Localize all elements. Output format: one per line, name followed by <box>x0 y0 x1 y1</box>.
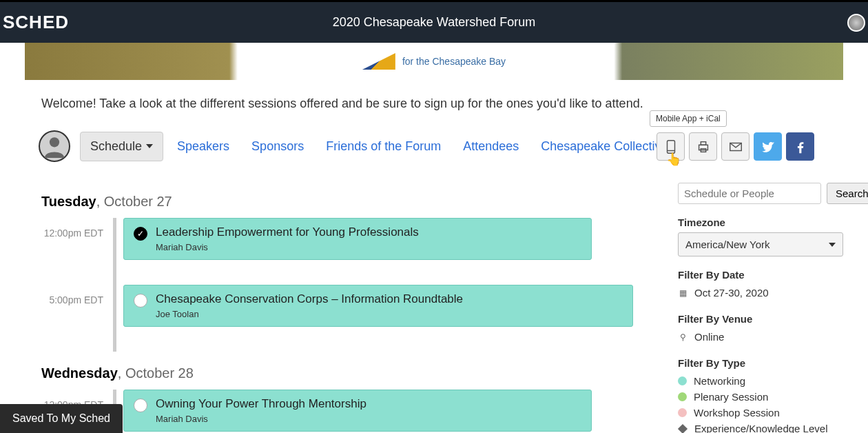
tooltip: Mobile App + iCal <box>650 110 727 127</box>
twitter-icon <box>761 139 776 154</box>
user-avatar[interactable] <box>39 130 70 162</box>
session-checkbox[interactable]: ✓ <box>134 227 147 241</box>
banner-text: for the Chesapeake Bay <box>402 56 506 67</box>
session-speaker: Mariah Davis <box>156 414 366 424</box>
envelope-icon <box>728 139 743 154</box>
filter-venue-value: Online <box>694 331 724 343</box>
mobile-ical-button[interactable] <box>657 132 685 161</box>
session-title: Owning Your Power Through Mentorship <box>156 397 366 411</box>
facebook-icon <box>793 139 808 154</box>
schedule-list: Tuesday, October 2712:00pm EDT✓Leadershi… <box>25 180 678 433</box>
twitter-button[interactable] <box>754 132 782 161</box>
session-card[interactable]: ✓Leadership Empowerment for Young Profes… <box>123 218 592 260</box>
filter-type-item[interactable]: Networking <box>678 373 843 389</box>
filter-type-item[interactable]: Plenary Session <box>678 389 843 405</box>
nav-speakers[interactable]: Speakers <box>169 134 238 159</box>
session-checkbox[interactable] <box>134 399 147 412</box>
filter-date-heading: Filter By Date <box>678 269 843 281</box>
svg-rect-4 <box>701 141 705 145</box>
color-dot-icon <box>678 408 687 417</box>
schedule-dropdown[interactable]: Schedule <box>80 132 163 161</box>
filter-venue-item[interactable]: ⚲ Online <box>678 329 843 345</box>
day-heading: Tuesday, October 27 <box>41 194 650 210</box>
color-dot-icon <box>678 392 687 401</box>
session-card[interactable]: Owning Your Power Through MentorshipMari… <box>123 390 592 432</box>
event-title: 2020 Chesapeake Watershed Forum <box>333 15 536 30</box>
nav-friends[interactable]: Friends of the Forum <box>318 134 449 159</box>
session-speaker: Mariah Davis <box>156 242 419 252</box>
timeline-bar <box>113 285 116 352</box>
svg-rect-1 <box>667 140 674 152</box>
color-dot-icon <box>678 376 687 385</box>
mobile-icon <box>663 139 679 154</box>
nav-sponsors[interactable]: Sponsors <box>243 134 312 159</box>
nav-attendees[interactable]: Attendees <box>455 134 527 159</box>
filter-type-label: Experience/Knowledge Level <box>694 423 827 433</box>
email-button[interactable] <box>721 132 750 161</box>
person-icon <box>43 134 66 158</box>
search-button[interactable]: Search <box>827 183 868 204</box>
filter-type-label: Workshop Session <box>694 407 780 419</box>
filter-type-heading: Filter By Type <box>678 357 843 369</box>
sched-logo[interactable]: SCHED <box>3 12 69 33</box>
banner-swoosh-icon <box>362 53 395 70</box>
sidebar: Search Timezone America/New York Filter … <box>678 180 843 433</box>
filter-type-item[interactable]: Experience/Knowledge Level <box>678 421 843 433</box>
session-speaker: Joe Toolan <box>156 309 463 319</box>
time-slot: 12:00pm EDTOwning Your Power Through Men… <box>41 390 650 433</box>
calendar-icon: ▦ <box>678 288 688 298</box>
printer-icon <box>696 139 711 154</box>
toast-notification: Saved To My Sched <box>0 404 123 433</box>
user-avatar-small[interactable] <box>847 14 865 32</box>
timezone-heading: Timezone <box>678 216 843 228</box>
time-slot: 5:00pm EDTChesapeake Conservation Corps … <box>41 285 650 352</box>
day-heading: Wednesday, October 28 <box>41 365 650 381</box>
svg-point-0 <box>50 137 59 147</box>
tag-icon <box>678 423 688 433</box>
pin-icon: ⚲ <box>678 332 688 342</box>
session-checkbox[interactable] <box>134 294 147 308</box>
slot-time: 5:00pm EDT <box>41 285 103 305</box>
filter-venue-heading: Filter By Venue <box>678 313 843 325</box>
nav-collective[interactable]: Chesapeake Collective <box>533 134 676 159</box>
search-input[interactable] <box>678 183 821 204</box>
filter-date-value: Oct 27-30, 2020 <box>694 287 769 299</box>
banner-image: for the Chesapeake Bay <box>25 43 843 80</box>
share-toolbar: Mobile App + iCal 👆 <box>657 132 814 161</box>
slot-time: 12:00pm EDT <box>41 218 103 239</box>
timeline-bar <box>113 218 116 285</box>
session-title: Leadership Empowerment for Young Profess… <box>156 225 419 239</box>
chevron-down-icon <box>829 243 836 247</box>
schedule-dropdown-label: Schedule <box>90 139 142 154</box>
session-title: Chesapeake Conservation Corps – Informat… <box>156 292 463 306</box>
filter-date-item[interactable]: ▦ Oct 27-30, 2020 <box>678 285 843 301</box>
facebook-button[interactable] <box>786 132 814 161</box>
topbar: SCHED 2020 Chesapeake Watershed Forum <box>0 0 868 43</box>
timezone-value: America/New York <box>685 239 770 250</box>
filter-type-item[interactable]: Workshop Session <box>678 405 843 421</box>
filter-type-label: Plenary Session <box>694 391 768 403</box>
time-slot: 12:00pm EDT✓Leadership Empowerment for Y… <box>41 218 650 285</box>
welcome-text: Welcome! Take a look at the different se… <box>41 97 843 111</box>
session-card[interactable]: Chesapeake Conservation Corps – Informat… <box>123 285 633 327</box>
print-button[interactable] <box>689 132 717 161</box>
timezone-select[interactable]: America/New York <box>678 232 843 256</box>
chevron-down-icon <box>146 144 153 148</box>
filter-type-label: Networking <box>694 375 745 387</box>
